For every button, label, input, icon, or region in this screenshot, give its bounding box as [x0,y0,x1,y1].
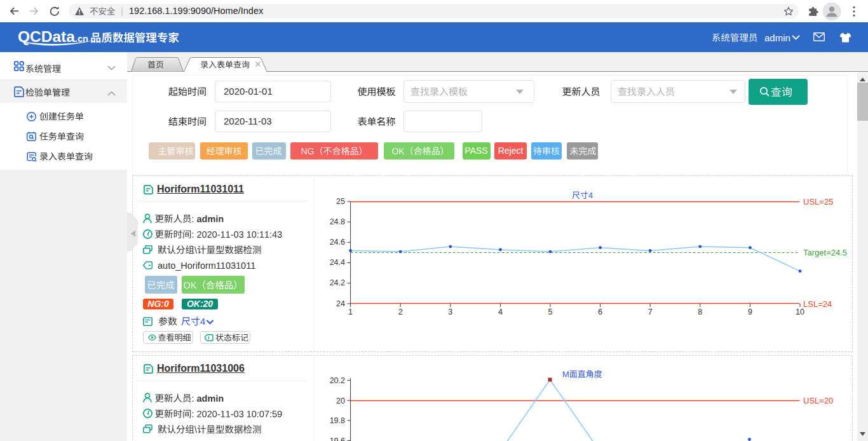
svg-text:19.8: 19.8 [330,416,345,425]
svg-text:8: 8 [698,308,702,316]
svg-text:LSL=24: LSL=24 [803,299,832,309]
svg-text:USL=25: USL=25 [803,197,833,207]
svg-text:20.2: 20.2 [330,376,345,385]
svg-text:24.6: 24.6 [330,238,345,247]
svg-text:2: 2 [398,308,403,316]
svg-text:24: 24 [336,299,345,308]
svg-text:19.6: 19.6 [330,437,345,441]
svg-text:25: 25 [336,197,345,206]
svg-text:USL=20: USL=20 [803,396,833,405]
svg-text:24.2: 24.2 [330,278,345,287]
svg-text:4: 4 [498,308,503,316]
svg-text:6: 6 [598,308,602,316]
svg-text:Target=24.5: Target=24.5 [803,248,847,257]
svg-text:24.8: 24.8 [330,217,345,226]
svg-text:9: 9 [748,308,752,316]
svg-text:10: 10 [796,308,804,316]
svg-text:1: 1 [348,308,353,316]
svg-text:7: 7 [648,308,653,316]
svg-text:20: 20 [336,397,345,405]
svg-text:24.4: 24.4 [330,258,345,267]
svg-text:3: 3 [448,308,452,316]
svg-text:5: 5 [548,308,553,316]
